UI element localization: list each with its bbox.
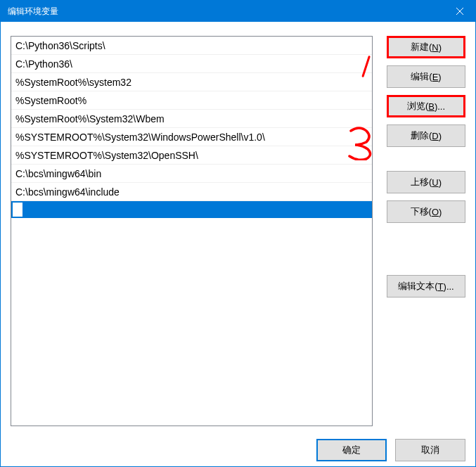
list-item[interactable]: %SystemRoot%\system32 xyxy=(11,73,372,91)
cancel-button[interactable]: 取消 xyxy=(395,439,465,461)
edit-button[interactable]: 编辑(E) xyxy=(387,65,465,88)
spacer xyxy=(387,230,465,268)
spacer xyxy=(387,154,465,164)
ok-button[interactable]: 确定 xyxy=(316,439,387,461)
titlebar: 编辑环境变量 xyxy=(1,1,475,22)
delete-button[interactable]: 删除(D) xyxy=(387,124,465,147)
window-title: 编辑环境变量 xyxy=(8,6,444,18)
close-button[interactable] xyxy=(444,1,475,22)
footer-row: 确定 取消 xyxy=(11,426,465,464)
path-listbox[interactable]: C:\Python36\Scripts\ C:\Python36\ %Syste… xyxy=(11,36,373,426)
new-button[interactable]: 新建(N) xyxy=(387,36,465,58)
list-item[interactable]: %SYSTEMROOT%\System32\OpenSSH\ xyxy=(11,146,372,165)
list-item[interactable]: C:\Python36\ xyxy=(11,55,372,73)
move-down-button[interactable]: 下移(O) xyxy=(387,200,465,223)
list-item[interactable]: %SYSTEMROOT%\System32\WindowsPowerShell\… xyxy=(11,128,372,146)
move-up-button[interactable]: 上移(U) xyxy=(387,171,465,193)
list-item[interactable]: C:\bcs\mingw64\bin xyxy=(11,165,372,183)
list-edit-input[interactable] xyxy=(13,203,22,217)
button-column: 新建(N) 编辑(E) 浏览(B)... 删除(D) 上移(U) 下移(O) xyxy=(387,36,465,426)
list-item[interactable]: %SystemRoot% xyxy=(11,91,372,110)
main-row: C:\Python36\Scripts\ C:\Python36\ %Syste… xyxy=(11,36,465,426)
list-item[interactable]: %SystemRoot%\System32\Wbem xyxy=(11,110,372,128)
browse-button[interactable]: 浏览(B)... xyxy=(387,95,465,117)
close-icon xyxy=(456,8,463,15)
edit-text-button[interactable]: 编辑文本(T)... xyxy=(387,275,465,298)
dialog-window: 编辑环境变量 C:\Python36\Scripts\ C:\Python36\… xyxy=(0,0,476,467)
list-item-editing[interactable] xyxy=(11,201,372,218)
list-item[interactable]: C:\bcs\mingw64\include xyxy=(11,183,372,201)
list-item[interactable]: C:\Python36\Scripts\ xyxy=(11,37,372,55)
dialog-content: C:\Python36\Scripts\ C:\Python36\ %Syste… xyxy=(1,22,475,467)
